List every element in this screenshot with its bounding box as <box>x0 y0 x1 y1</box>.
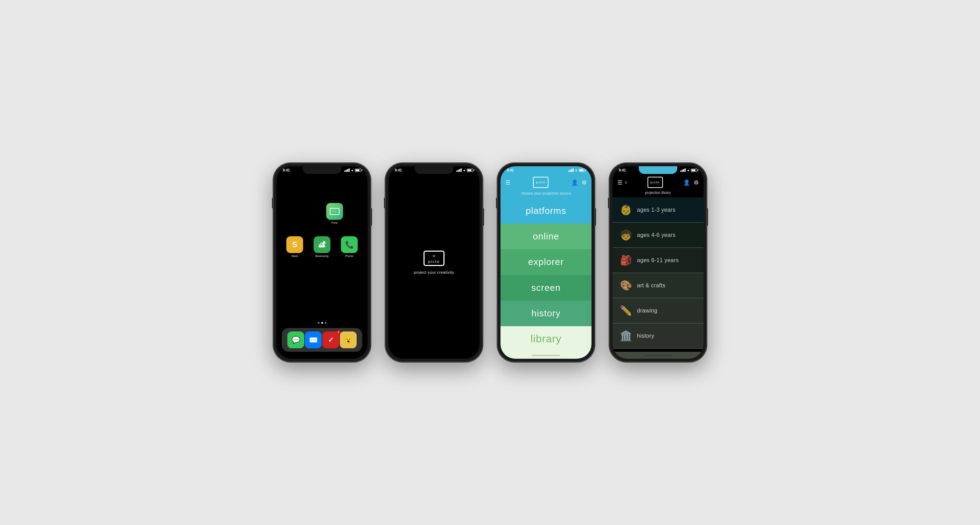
lib-icon-history: 🏛️ <box>619 330 632 342</box>
phone-4: 9:41 ▲ <box>609 163 707 362</box>
picto-logo-header: picto <box>533 177 549 188</box>
app-grid: S Slack 🏕 Basecamp 📞 Phon <box>277 236 368 258</box>
slack-app[interactable]: S Slack <box>286 236 303 258</box>
battery-icon <box>355 169 361 172</box>
mail-app[interactable]: ✉️ <box>305 331 321 348</box>
basecamp-label: Basecamp <box>315 255 329 258</box>
lib-logo-text: picto <box>650 181 660 184</box>
phone-label: Phone <box>345 255 353 258</box>
settings-icon[interactable]: ⚙ <box>582 179 587 186</box>
picto-app-icon[interactable]: ~ Picto <box>326 203 343 224</box>
phone-app[interactable]: 📞 Phone <box>341 236 358 258</box>
library-subtitle: projection library <box>612 191 703 197</box>
lib-item-ages-4-6[interactable]: 🧒 ages 4-6 years <box>612 223 703 248</box>
lib-icon-ages-1-3: 👶 <box>619 204 632 216</box>
splash-screen: 9:41 ▲ <box>388 166 479 359</box>
lib-back-icon[interactable]: ‹ <box>625 179 627 186</box>
page-dots <box>277 322 368 324</box>
notch-4 <box>639 166 677 174</box>
lib-item-ages-6-11[interactable]: 🎒 ages 6-11 years <box>612 248 703 273</box>
todoist-app[interactable]: 9 ✓ <box>322 331 339 348</box>
splash-content: picto ≈ project your creativity <box>414 251 454 274</box>
status-time-1: 9:41 <box>283 169 290 172</box>
menu-item-platforms[interactable]: platforms <box>501 198 592 224</box>
picto-logo-large: picto ≈ <box>423 251 444 266</box>
menu-item-online[interactable]: online <box>501 224 592 249</box>
page-dot-3 <box>325 322 326 324</box>
wifi-icon-4: ▲ <box>687 169 690 172</box>
header-right-icons: 👤 ⚙ <box>571 179 587 186</box>
header-logo-text: picto <box>536 181 546 184</box>
picto-logo-header-lib: picto <box>648 177 663 188</box>
lib-label-history: history <box>637 333 654 339</box>
phone-3: 9:41 ▲ ☰ <box>497 163 595 362</box>
lib-user-icon[interactable]: 👤 <box>683 179 690 186</box>
status-icons-4: ▲ <box>680 169 697 172</box>
messages-app[interactable]: 💬 <box>287 331 304 348</box>
wifi-icon-3: ▲ <box>575 169 578 172</box>
lib-label-ages-4-6: ages 4-6 years <box>637 232 676 239</box>
lib-item-art-crafts[interactable]: 🎨 art & crafts <box>612 273 703 298</box>
battery-icon-2 <box>467 169 473 172</box>
basecamp-app[interactable]: 🏕 Basecamp <box>313 236 330 258</box>
lib-item-history[interactable]: 🏛️ history <box>612 323 703 348</box>
page-dot-2 <box>321 322 323 324</box>
lib-hamburger-icon[interactable]: ☰ <box>617 179 622 186</box>
notch-3 <box>527 166 565 174</box>
lib-icon-drawing: ✏️ <box>619 305 632 317</box>
signal-icon <box>344 169 350 172</box>
lib-label-ages-6-11: ages 6-11 years <box>637 257 679 264</box>
picto-logo-small: ~ <box>330 208 339 215</box>
wifi-icon-2: ▲ <box>463 169 466 172</box>
lib-icon-ages-6-11: 🎒 <box>619 255 632 266</box>
slack-icon-bg: S <box>286 236 303 253</box>
menu-subtitle: choose your projection source <box>501 191 592 198</box>
signal-bar-1 <box>344 170 345 172</box>
todoist-symbol: ✓ <box>328 336 334 344</box>
menu-items-list: platforms online explorer screen history <box>501 198 592 352</box>
lib-item-ages-1-3[interactable]: 👶 ages 1-3 years <box>612 197 703 223</box>
lib-header-left: ☰ ‹ <box>617 179 627 186</box>
status-time-4: 9:41 <box>619 169 626 172</box>
signal-bar-2 <box>346 170 347 172</box>
status-time-2: 9:41 <box>395 169 402 172</box>
phone-1: 9:41 ▲ <box>273 163 371 362</box>
menu-item-screen[interactable]: screen <box>501 275 592 301</box>
menu-item-explorer[interactable]: explorer <box>501 249 592 275</box>
tweetbot-app[interactable]: 😮 <box>340 331 356 348</box>
menu-item-history[interactable]: history <box>501 301 592 326</box>
basecamp-symbol: 🏕 <box>318 241 326 249</box>
lib-settings-icon[interactable]: ⚙ <box>694 179 698 186</box>
lib-item-drawing[interactable]: ✏️ drawing <box>612 298 703 323</box>
wifi-icon: ▲ <box>351 169 354 172</box>
signal-bar-3 <box>347 169 348 172</box>
status-icons-3: ▲ <box>568 169 585 172</box>
signal-bar-4 <box>348 169 350 172</box>
lib-header-icons: 👤 ⚙ <box>683 179 698 186</box>
home-indicator-3 <box>501 352 592 359</box>
tweetbot-icon-bg: 😮 <box>340 331 356 348</box>
library-items-list: 👶 ages 1-3 years 🧒 ages 4-6 years 🎒 ages… <box>612 197 703 352</box>
hamburger-menu-icon[interactable]: ☰ <box>505 179 510 186</box>
home-indicator-4 <box>612 352 703 359</box>
menu-item-library[interactable]: library <box>501 326 592 352</box>
status-icons-1: ▲ <box>344 169 361 172</box>
basecamp-icon-bg: 🏕 <box>313 236 330 253</box>
battery-icon-3 <box>579 169 585 172</box>
phones-showcase: 9:41 ▲ <box>273 163 707 362</box>
phone-2: 9:41 ▲ <box>385 163 483 362</box>
messages-icon-bg: 💬 <box>287 331 304 348</box>
lib-label-drawing: drawing <box>637 308 657 314</box>
picto-app[interactable]: ~ Picto <box>326 203 343 224</box>
home-bar-3 <box>532 355 560 356</box>
phone-2-screen: 9:41 ▲ <box>388 166 479 359</box>
menu-screen: 9:41 ▲ ☰ <box>501 166 592 359</box>
signal-icon-4 <box>680 169 686 172</box>
picto-icon-bg: ~ <box>326 203 343 220</box>
mail-icon-bg: ✉️ <box>305 331 321 348</box>
picto-app-label: Picto <box>331 221 338 224</box>
tweetbot-symbol: 😮 <box>344 336 353 344</box>
phone-4-screen: 9:41 ▲ <box>612 166 703 359</box>
user-icon[interactable]: 👤 <box>571 179 578 186</box>
status-time-3: 9:41 <box>507 169 514 172</box>
